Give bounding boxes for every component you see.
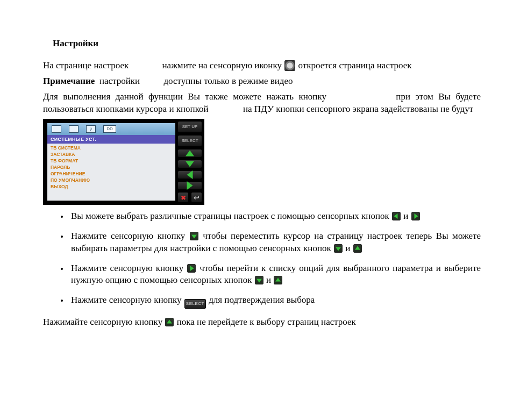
device-menu: ТВ СИСТЕМА ЗАСТАВКА ТВ ФОРМАТ ПАРОЛЬ ОГР…: [47, 144, 175, 201]
arrow-up-icon: [165, 318, 174, 326]
arrow-right-icon: [411, 212, 420, 220]
page-title: Настройки: [53, 38, 481, 50]
menu-item: ПАРОЛЬ: [51, 164, 172, 170]
text: настройки: [99, 76, 140, 86]
menu-item: ОГРАНИЧЕНИЕ: [51, 170, 172, 177]
setup-button[interactable]: SET UP: [177, 121, 202, 133]
document-page: Настройки На странице настроек нажмите н…: [0, 0, 513, 329]
arrow-up-icon: [274, 276, 282, 284]
nav-left-button[interactable]: [177, 170, 202, 179]
text: На странице настроек: [43, 60, 129, 70]
text: Вы можете выбрать различные страницы нас…: [71, 211, 389, 221]
text: пока не перейдете к выбору страниц настр…: [177, 317, 356, 327]
remote-note: Для выполнения данной функции Вы также м…: [43, 91, 481, 116]
text: Нажмите сенсорную кнопку: [71, 263, 183, 273]
arrow-down-icon: [334, 244, 343, 253]
text: Нажмите сенсорную кнопку: [71, 295, 182, 305]
arrow-left-icon: [392, 212, 401, 220]
device-screen: DD СИСТЕМНЫЕ УСТ. ТВ СИСТЕМА ЗАСТАВКА ТВ…: [47, 123, 175, 201]
note-line: Примечание настройки доступны только в р…: [43, 75, 481, 88]
device-tabs: DD: [47, 123, 175, 135]
gear-icon: [284, 60, 295, 71]
list-item: Нажмите сенсорную кнопку чтобы перейти к…: [69, 262, 481, 287]
nav-right-button[interactable]: [177, 181, 202, 190]
list-item: Нажмите сенсорную кнопку SELECT для подт…: [69, 294, 481, 309]
text: нажмите на сенсорную иконку: [162, 60, 281, 70]
list-item: Вы можете выбрать различные страницы нас…: [69, 210, 481, 223]
text: Для выполнения данной функции Вы также м…: [43, 91, 326, 102]
text: для подтверждения выбора: [209, 295, 315, 305]
tab-speaker-icon: [69, 125, 79, 133]
list-item: Нажмите сенсорную кнопку чтобы перемести…: [69, 230, 481, 255]
intro-line: На странице настроек нажмите на сенсорну…: [43, 60, 481, 72]
arrow-up-icon: [353, 244, 362, 253]
closing-line: Нажимайте сенсорную кнопку пока не перей…: [43, 316, 481, 329]
text: и: [266, 275, 271, 285]
text: на ПДУ кнопки сенсорного экрана задейств…: [243, 104, 473, 114]
menu-item: ЗАСТАВКА: [51, 151, 172, 158]
text: откроется страница настроек: [298, 60, 411, 70]
device-menu-header: СИСТЕМНЫЕ УСТ.: [47, 135, 175, 144]
arrow-down-icon: [255, 276, 263, 284]
menu-item: ТВ СИСТЕМА: [51, 145, 172, 151]
device-side-controls: SET UP SELECT: [177, 121, 202, 203]
menu-item: ПО УМОЛЧАНИЮ: [51, 177, 172, 183]
note-label: Примечание: [43, 76, 95, 86]
tab-audio-icon: [86, 125, 96, 133]
tab-display-icon: [52, 125, 61, 133]
device-screenshot: DD СИСТЕМНЫЕ УСТ. ТВ СИСТЕМА ЗАСТАВКА ТВ…: [43, 119, 204, 205]
text: Нажимайте сенсорную кнопку: [43, 317, 162, 327]
instruction-list: Вы можете выбрать различные страницы нас…: [43, 210, 481, 309]
nav-down-button[interactable]: [177, 160, 202, 168]
arrow-down-icon: [190, 232, 198, 240]
nav-up-button[interactable]: [177, 149, 202, 158]
text: и: [403, 211, 408, 221]
text: Нажмите сенсорную кнопку: [71, 231, 185, 241]
menu-item: ВЫХОД: [51, 183, 172, 190]
close-button[interactable]: [177, 192, 189, 203]
tab-dolby-icon: DD: [103, 125, 116, 133]
return-button[interactable]: [191, 192, 202, 203]
text: и: [345, 243, 350, 253]
arrow-right-icon: [187, 264, 196, 273]
menu-item: ТВ ФОРМАТ: [51, 158, 172, 164]
select-icon: SELECT: [184, 299, 206, 309]
select-button[interactable]: SELECT: [177, 135, 202, 147]
text: доступны только в режиме видео: [163, 76, 293, 86]
